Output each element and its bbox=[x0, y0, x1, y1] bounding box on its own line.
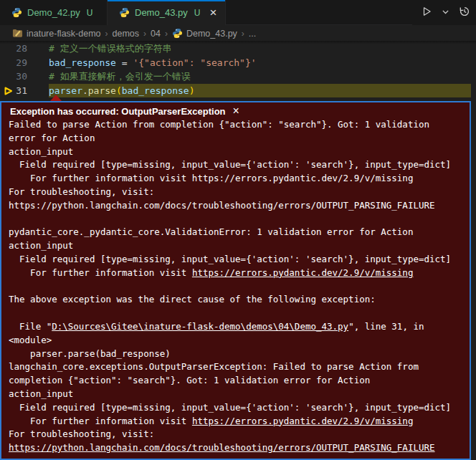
traceback-line: error for Action bbox=[9, 132, 465, 145]
breadcrumb-item-04[interactable]: 04 bbox=[151, 29, 161, 39]
breadcrumb-label: ... bbox=[249, 29, 256, 39]
exception-widget: Exception has occurred: OutputParserExce… bbox=[0, 101, 471, 460]
code-line-29[interactable]: 29bad_response = '{"action": "search"}' bbox=[0, 56, 476, 70]
editor-actions bbox=[412, 0, 476, 25]
traceback-line: action_input bbox=[9, 145, 465, 159]
traceback-text: langchain_core.exceptions.OutputParserEx… bbox=[9, 361, 419, 372]
traceback-line: action_input bbox=[9, 388, 465, 401]
traceback-text: For further information visit bbox=[9, 416, 192, 426]
traceback-text: The above exception was the direct cause… bbox=[9, 294, 376, 305]
traceback-line: pydantic_core._pydantic_core.ValidationE… bbox=[9, 226, 465, 239]
traceback-line: https://python.langchain.com/docs/troubl… bbox=[9, 441, 465, 455]
traceback-line: Field required [type=missing, input_valu… bbox=[9, 401, 465, 415]
traceback-line: File "D:\Sources\Gitee\inature-flask-dem… bbox=[9, 320, 465, 334]
traceback-text: Field required [type=missing, input_valu… bbox=[9, 254, 451, 264]
breadcrumb-separator: › bbox=[165, 29, 168, 39]
breadcrumb-separator: › bbox=[242, 29, 244, 39]
traceback-link[interactable]: https://errors.pydantic.dev/2.9/v/missin… bbox=[192, 416, 414, 426]
code-editor[interactable]: 28# 定义一个错误格式的字符串29bad_response = '{"acti… bbox=[0, 42, 476, 97]
breadcrumb-label: Demo_43.py bbox=[186, 29, 237, 39]
folder-icon bbox=[12, 28, 23, 39]
tab-bar: Demo_42.pyUDemo_43.pyU× bbox=[0, 0, 476, 25]
breadcrumb-item-inature-flask-demo[interactable]: inature-flask-demo bbox=[12, 28, 101, 39]
traceback-text: ", line 31, in bbox=[348, 321, 424, 332]
code-line-28[interactable]: 28# 定义一个错误格式的字符串 bbox=[0, 42, 476, 56]
traceback-line: Field required [type=missing, input_valu… bbox=[9, 253, 465, 267]
traceback-line: completion {"action": "search"}. Got: 1 … bbox=[9, 374, 465, 388]
code-text: parser.parse(bad_response) bbox=[49, 85, 195, 96]
traceback-text: action_input bbox=[9, 240, 73, 251]
run-button[interactable] bbox=[421, 6, 432, 20]
traceback-link[interactable]: https://python.langchain.com/docs/troubl… bbox=[9, 442, 435, 453]
line-number: 30 bbox=[0, 71, 27, 82]
line-number: 28 bbox=[0, 43, 27, 54]
breadcrumb-item-demos[interactable]: demos bbox=[113, 29, 140, 39]
timeline-button[interactable] bbox=[459, 6, 470, 20]
traceback-text: <module> bbox=[9, 335, 52, 345]
code-text: # 如果直接解析，会引发一个错误 bbox=[49, 70, 191, 83]
breadcrumb-separator: › bbox=[105, 29, 108, 39]
traceback-line: action_input bbox=[9, 239, 465, 253]
traceback-line: The above exception was the direct cause… bbox=[9, 293, 465, 307]
close-icon[interactable]: × bbox=[209, 6, 216, 19]
breadcrumb-item-demo-43-py[interactable]: Demo_43.py bbox=[172, 28, 237, 39]
tab-demo-43-py[interactable]: Demo_43.pyU× bbox=[108, 0, 226, 25]
traceback-text: action_input bbox=[9, 388, 73, 399]
traceback-text: For troubleshooting, visit: bbox=[9, 186, 154, 197]
traceback-line: For troubleshooting, visit: bbox=[9, 186, 465, 199]
git-status-badge: U bbox=[87, 8, 93, 18]
python-icon bbox=[11, 7, 22, 18]
code-text: # 定义一个错误格式的字符串 bbox=[49, 42, 172, 55]
traceback-text: For troubleshooting, visit: bbox=[9, 428, 154, 439]
traceback-line: For further information visit https://er… bbox=[9, 267, 465, 280]
traceback-text: File " bbox=[9, 321, 52, 332]
traceback-text: action_input bbox=[9, 146, 73, 157]
tab-label: Demo_42.py bbox=[27, 7, 80, 18]
traceback-line: For further information visit https://er… bbox=[9, 172, 465, 186]
breadcrumb: inature-flask-demo›demos›04›Demo_43.py›.… bbox=[0, 26, 476, 41]
play-icon bbox=[421, 6, 432, 20]
breadcrumb-label: 04 bbox=[151, 29, 161, 39]
traceback-line: For troubleshooting, visit: bbox=[9, 428, 465, 441]
traceback-line: parser.parse(bad_response) bbox=[9, 348, 465, 361]
traceback-link[interactable]: D:\Sources\Gitee\inature-flask-demo\demo… bbox=[52, 321, 348, 332]
traceback-text: https://python.langchain.com/docs/troubl… bbox=[9, 200, 435, 211]
tab-demo-42-py[interactable]: Demo_42.pyU bbox=[0, 0, 108, 25]
python-icon bbox=[119, 7, 130, 18]
traceback-line: Failed to parse Action from completion {… bbox=[9, 118, 465, 132]
code-text: bad_response = '{"action": "search"}' bbox=[49, 57, 257, 68]
history-icon bbox=[459, 6, 470, 20]
code-line-31[interactable]: 31parser.parse(bad_response) bbox=[0, 84, 476, 98]
tab-label: Demo_43.py bbox=[135, 7, 188, 18]
traceback-line bbox=[9, 280, 465, 294]
traceback-text: For further information visit https://er… bbox=[9, 173, 413, 183]
breadcrumb-item-[interactable]: ... bbox=[249, 29, 256, 39]
python-icon bbox=[172, 28, 183, 39]
traceback-text: pydantic_core._pydantic_core.ValidationE… bbox=[9, 226, 413, 237]
close-icon[interactable]: × bbox=[233, 105, 239, 117]
traceback-line: For further information visit https://er… bbox=[9, 415, 465, 428]
traceback-text: parser.parse(bad_response) bbox=[9, 348, 171, 359]
chevron-down-icon bbox=[441, 6, 450, 19]
traceback-line: https://python.langchain.com/docs/troubl… bbox=[9, 199, 465, 213]
code-line-30[interactable]: 30# 如果直接解析，会引发一个错误 bbox=[0, 70, 476, 84]
exception-traceback: Failed to parse Action from completion {… bbox=[1, 117, 470, 455]
line-number: 31 bbox=[0, 85, 27, 96]
traceback-link[interactable]: https://errors.pydantic.dev/2.9/v/missin… bbox=[192, 267, 414, 278]
traceback-text: Field required [type=missing, input_valu… bbox=[9, 402, 451, 413]
traceback-line: langchain_core.exceptions.OutputParserEx… bbox=[9, 360, 465, 374]
traceback-line: Field required [type=missing, input_valu… bbox=[9, 158, 465, 172]
breadcrumb-label: demos bbox=[113, 29, 140, 39]
traceback-line bbox=[9, 307, 465, 320]
git-status-badge: U bbox=[194, 8, 201, 18]
traceback-text: error for Action bbox=[9, 133, 95, 143]
traceback-line: <module> bbox=[9, 334, 465, 348]
run-dropdown-button[interactable] bbox=[441, 6, 450, 19]
traceback-text: Failed to parse Action from completion {… bbox=[9, 119, 429, 130]
traceback-line bbox=[9, 213, 465, 226]
traceback-text: Field required [type=missing, input_valu… bbox=[9, 159, 451, 170]
line-number: 29 bbox=[0, 57, 27, 68]
traceback-text: completion {"action": "search"}. Got: 1 … bbox=[9, 375, 370, 385]
breadcrumb-label: inature-flask-demo bbox=[27, 29, 101, 39]
exception-header: Exception has occurred: OutputParserExce… bbox=[1, 102, 470, 117]
